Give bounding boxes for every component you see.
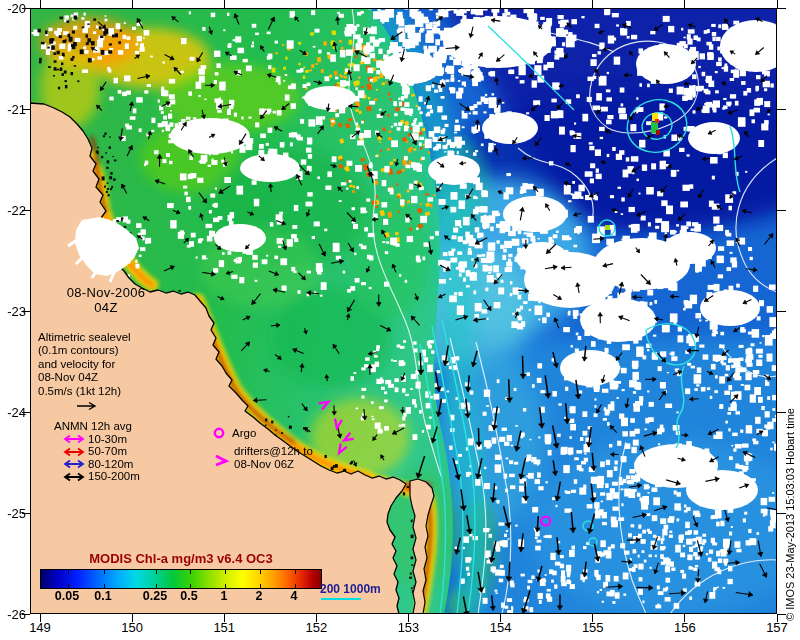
lon-tick [316,0,317,8]
lon-tick-label: 157 [755,620,799,635]
lat-tick [777,109,786,110]
altimetric-note-line: (0.1m contours) [38,344,131,357]
colorbar-tick-label: 0.1 [83,589,123,603]
colorbar-tick [104,570,105,574]
lon-tick [40,0,41,8]
lon-tick [224,0,225,8]
lon-tick-label: 149 [18,620,62,635]
velocity-reference-arrow-icon [74,398,102,416]
drifter-marker-icon [214,453,230,469]
lat-tick-label: -21 [0,102,26,117]
lat-tick-label: -25 [0,506,26,521]
anmn-row: 150-200m [54,471,140,484]
lon-tick-label: 156 [663,620,707,635]
colorbar-tick [190,570,191,574]
lat-tick [777,311,786,312]
lat-tick-label: -23 [0,304,26,319]
lon-tick-label: 150 [110,620,154,635]
lat-tick-label: -26 [0,607,26,622]
depth-range-label: 80-120m [88,458,133,471]
colorbar-tick [295,570,296,574]
altimetric-note-line: 08-Nov 04Z [38,371,131,384]
lon-tick [132,0,133,8]
lon-tick [408,0,409,8]
colorbar-tick [68,584,69,588]
lon-tick-label: 155 [571,620,615,635]
colorbar-title: MODIS Chl-a mg/m3 v6.4 OC3 [40,551,322,566]
lat-tick [777,8,786,9]
colorbar-tick-label: 1 [204,589,244,603]
colorbar-tick [190,584,191,588]
colorbar-tick [104,584,105,588]
depth-arrow-icon [62,447,86,457]
lon-tick-label: 154 [479,620,523,635]
lon-tick-label: 152 [294,620,338,635]
lat-tick-label: -20 [0,1,26,16]
anmn-row: 10-30m [54,433,140,446]
imos-credit-text: © IMOS 23-May-2013 15:03:03 Hobart time [784,408,796,621]
depth-range-label: 10-30m [88,433,127,446]
colorbar-tick [225,584,226,588]
drifters-legend-line2: 08-Nov 06Z [234,458,313,471]
anmn-legend: ANMN 12h avg 10-30m50-70m80-120m150-200m [54,420,140,483]
colorbar-tick-label: 0.5 [169,589,209,603]
altimetric-note: Altimetric sealevel(0.1m contours)and ve… [38,331,131,398]
colorbar-tick-label: 2 [239,589,279,603]
argo-legend-label: Argo [232,427,256,439]
colorbar-tick [260,570,261,574]
colorbar-tick [68,570,69,574]
bathymetry-scale-label: 200 1000m [320,582,381,596]
colorbar-tick [295,584,296,588]
argo-legend: Argo [212,426,256,440]
colorbar-tick-label: 0.05 [47,589,87,603]
depth-range-label: 150-200m [88,470,140,483]
ocean-current-map-figure: 08-Nov-2006 04Z Altimetric sealevel(0.1m… [0,0,800,640]
depth-arrow-icon [62,472,86,482]
lat-tick [777,210,786,211]
colorbar-tick [156,570,157,574]
lon-tick [592,0,593,8]
depth-arrow-icon [62,459,86,469]
colorbar-tick-label: 4 [274,589,314,603]
lon-tick [684,0,685,8]
lat-tick-label: -22 [0,203,26,218]
lat-tick-label: -24 [0,405,26,420]
colorbar-tick [225,570,226,574]
depth-range-label: 50-70m [88,445,127,458]
bathymetry-scale-line [321,598,361,600]
colorbar-tick [260,584,261,588]
chlorophyll-colorbar [40,569,322,589]
anmn-row: 80-120m [54,458,140,471]
altimetric-note-line: Altimetric sealevel [38,331,131,344]
depth-arrow-icon [62,434,86,444]
drifters-legend-line1: drifters@12h to [234,445,313,458]
lon-tick-label: 153 [387,620,431,635]
altimetric-note-line: and velocity for [38,358,131,371]
anmn-row: 50-70m [54,445,140,458]
anmn-legend-title: ANMN 12h avg [54,420,140,433]
colorbar-tick [156,584,157,588]
map-date-label: 08-Nov-2006 04Z [60,285,152,315]
altimetric-note-line: 0.5m/s (1kt 12h) [38,385,131,398]
argo-marker-icon [212,426,226,440]
lon-tick [500,0,501,8]
drifters-legend: drifters@12h to 08-Nov 06Z [214,445,313,471]
lon-tick-label: 151 [202,620,246,635]
